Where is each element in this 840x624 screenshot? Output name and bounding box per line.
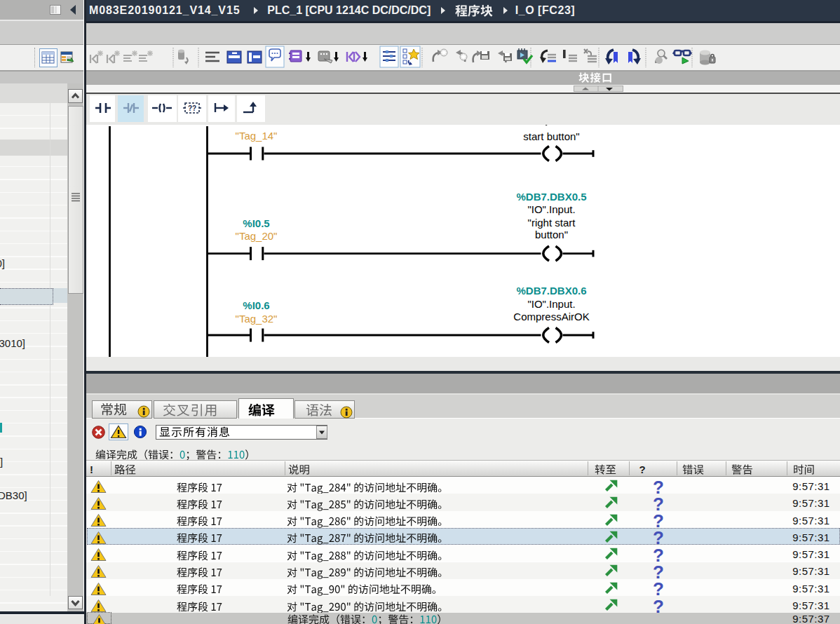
svg-text:??: ??: [188, 104, 196, 112]
